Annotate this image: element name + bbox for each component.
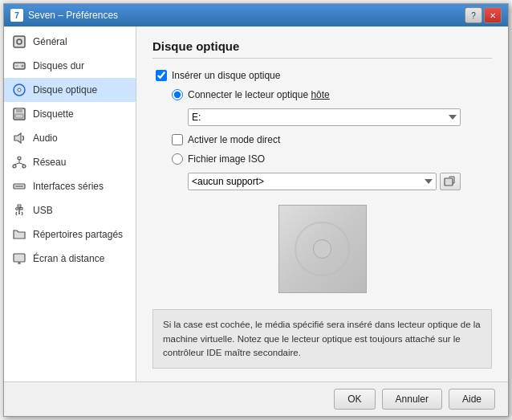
drive-dropdown[interactable]: E: bbox=[188, 108, 461, 126]
svg-point-19 bbox=[15, 186, 17, 187]
sidebar-item-reseau[interactable]: Réseau bbox=[4, 150, 136, 174]
panel-title: Disque optique bbox=[152, 39, 492, 59]
connect-host-label[interactable]: Connecter le lecteur optique hôte bbox=[188, 89, 330, 100]
svg-rect-25 bbox=[14, 254, 25, 262]
svg-point-32 bbox=[322, 248, 323, 249]
svg-point-11 bbox=[18, 157, 21, 160]
drive-dropdown-row: E: bbox=[188, 108, 492, 126]
sidebar-item-label-repertoires-partages: Répertoires partagés bbox=[33, 229, 123, 240]
ok-button[interactable]: OK bbox=[334, 389, 375, 410]
folder-icon bbox=[12, 227, 26, 242]
window-content: Général Disques dur bbox=[4, 27, 508, 381]
floppy-icon bbox=[12, 107, 26, 121]
screen-icon bbox=[12, 251, 26, 266]
sidebar: Général Disques dur bbox=[4, 27, 136, 381]
sidebar-item-ecran-distance[interactable]: Écran à distance bbox=[4, 247, 136, 271]
close-button[interactable]: ✕ bbox=[484, 7, 502, 23]
insert-label[interactable]: Insérer un disque optique bbox=[172, 70, 280, 81]
app-icon: 7 bbox=[10, 9, 23, 22]
title-bar-controls: ? ✕ bbox=[465, 7, 502, 23]
svg-point-12 bbox=[13, 165, 16, 168]
disk-image-area bbox=[152, 205, 492, 293]
sidebar-item-disque-optique[interactable]: Disque optique bbox=[4, 78, 136, 102]
title-bar: 7 Seven – Préférences ? ✕ bbox=[4, 4, 508, 27]
general-icon bbox=[12, 35, 26, 49]
sidebar-item-label-disquette: Disquette bbox=[33, 108, 74, 120]
usb-icon bbox=[12, 203, 26, 218]
sidebar-item-general[interactable]: Général bbox=[4, 30, 136, 54]
svg-point-31 bbox=[321, 247, 324, 251]
sidebar-item-label-general: Général bbox=[33, 36, 67, 47]
direct-mode-label[interactable]: Activer le mode direct bbox=[188, 134, 280, 145]
svg-rect-28 bbox=[445, 178, 453, 186]
audio-icon bbox=[12, 131, 26, 145]
svg-marker-10 bbox=[14, 133, 21, 143]
svg-point-20 bbox=[18, 186, 20, 187]
optical-icon bbox=[12, 83, 26, 97]
svg-point-13 bbox=[22, 165, 26, 168]
svg-line-16 bbox=[19, 163, 24, 165]
svg-rect-8 bbox=[16, 108, 22, 112]
direct-mode-checkbox[interactable] bbox=[172, 134, 183, 145]
sidebar-item-label-usb: USB bbox=[33, 205, 53, 216]
sidebar-item-repertoires-partages[interactable]: Répertoires partagés bbox=[4, 222, 136, 247]
footer: OK Annuler Aide bbox=[4, 381, 508, 416]
svg-point-21 bbox=[22, 186, 23, 187]
connect-host-row: Connecter le lecteur optique hôte bbox=[172, 89, 492, 100]
browse-button[interactable] bbox=[440, 173, 461, 190]
info-text: Si la case est cochée, le média spécifié… bbox=[163, 320, 481, 357]
svg-line-15 bbox=[14, 163, 19, 165]
sidebar-item-label-disques-dur: Disques dur bbox=[33, 60, 84, 71]
connect-host-radio[interactable] bbox=[172, 89, 183, 100]
svg-point-6 bbox=[18, 88, 21, 92]
svg-point-3 bbox=[22, 65, 24, 67]
preferences-window: 7 Seven – Préférences ? ✕ Général bbox=[3, 3, 509, 417]
iso-row: Fichier image ISO bbox=[172, 153, 492, 165]
title-bar-left: 7 Seven – Préférences bbox=[10, 9, 118, 22]
svg-point-23 bbox=[16, 208, 18, 210]
svg-rect-24 bbox=[20, 208, 22, 210]
disk-image bbox=[278, 205, 367, 293]
window-title: Seven – Préférences bbox=[28, 10, 118, 21]
svg-point-30 bbox=[318, 245, 326, 253]
sidebar-item-disquette[interactable]: Disquette bbox=[4, 102, 136, 126]
hdd-icon bbox=[12, 59, 26, 73]
iso-label[interactable]: Fichier image ISO bbox=[188, 153, 265, 165]
sidebar-item-interfaces-series[interactable]: Interfaces séries bbox=[4, 174, 136, 198]
svg-rect-9 bbox=[15, 114, 23, 118]
sidebar-item-usb[interactable]: USB bbox=[4, 198, 136, 222]
sidebar-item-audio[interactable]: Audio bbox=[4, 126, 136, 150]
iso-dropdown-row: <aucun support> bbox=[188, 173, 492, 190]
direct-mode-row: Activer le mode direct bbox=[172, 134, 492, 145]
info-box: Si la case est cochée, le média spécifié… bbox=[152, 309, 492, 369]
insert-checkbox-row: Insérer un disque optique bbox=[156, 70, 492, 81]
help-button-footer[interactable]: Aide bbox=[449, 389, 495, 410]
svg-rect-0 bbox=[14, 36, 25, 47]
network-icon bbox=[12, 155, 26, 169]
sidebar-item-label-reseau: Réseau bbox=[33, 157, 66, 168]
main-panel: Disque optique Insérer un disque optique… bbox=[136, 27, 508, 381]
svg-rect-22 bbox=[18, 205, 21, 207]
sidebar-item-label-audio: Audio bbox=[33, 133, 58, 144]
connect-highlight: hôte bbox=[311, 89, 329, 100]
sidebar-item-label-interfaces-series: Interfaces séries bbox=[33, 181, 104, 192]
insert-checkbox[interactable] bbox=[156, 70, 167, 81]
serial-icon bbox=[12, 179, 26, 194]
cancel-button[interactable]: Annuler bbox=[382, 389, 442, 410]
iso-dropdown[interactable]: <aucun support> bbox=[188, 173, 437, 190]
iso-radio[interactable] bbox=[172, 153, 183, 165]
sidebar-item-label-ecran-distance: Écran à distance bbox=[33, 253, 104, 264]
help-button[interactable]: ? bbox=[465, 7, 482, 23]
sidebar-item-label-disque-optique: Disque optique bbox=[33, 84, 97, 96]
sidebar-item-disques-dur[interactable]: Disques dur bbox=[4, 54, 136, 78]
svg-point-29 bbox=[316, 243, 329, 255]
